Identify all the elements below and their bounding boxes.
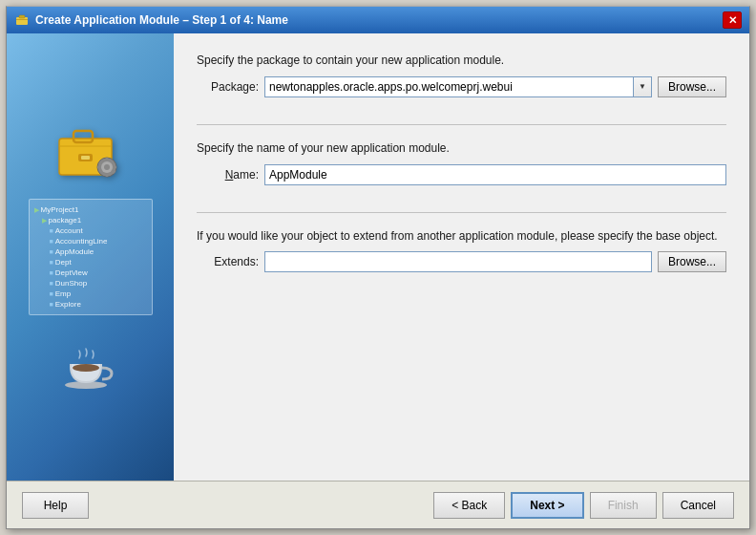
name-section-label: Specify the name of your new application… xyxy=(197,140,726,157)
left-panel: ▶ MyProject1 ▶ package1 ■ Account ■ xyxy=(7,33,174,481)
name-field-row: Name: xyxy=(197,164,726,185)
create-application-module-dialog: Create Application Module – Step 1 of 4:… xyxy=(6,6,750,529)
package-input[interactable] xyxy=(264,76,633,97)
extends-field-row: Extends: Browse... xyxy=(197,251,726,272)
tree-row: ▶ MyProject1 xyxy=(34,204,147,215)
back-button[interactable]: < Back xyxy=(433,492,505,519)
tree-row: ■ Explore xyxy=(34,299,147,310)
cancel-button[interactable]: Cancel xyxy=(662,492,734,519)
content-area: ▶ MyProject1 ▶ package1 ■ Account ■ xyxy=(7,33,749,481)
package-label: Package: xyxy=(197,80,259,94)
tree-row: ■ DeptView xyxy=(34,268,147,278)
dialog-icon xyxy=(14,12,30,28)
finish-button[interactable]: Finish xyxy=(590,492,657,519)
svg-rect-11 xyxy=(106,158,109,161)
package-section-label: Specify the package to contain your new … xyxy=(197,53,726,69)
help-button[interactable]: Help xyxy=(22,492,89,519)
tree-row: ■ DunShop xyxy=(34,278,147,289)
illustration: ▶ MyProject1 ▶ package1 ■ Account ■ xyxy=(29,121,153,393)
divider-2 xyxy=(197,212,726,213)
coffee-cup-area xyxy=(62,337,119,393)
dialog-title: Create Application Module – Step 1 of 4:… xyxy=(35,13,288,27)
tree-row: ■ Emp xyxy=(34,289,147,299)
svg-rect-14 xyxy=(113,166,116,169)
tree-row: ■ AppModule xyxy=(34,246,147,257)
svg-rect-1 xyxy=(19,15,25,18)
tree-row: ▶ package1 xyxy=(34,215,147,225)
title-bar: Create Application Module – Step 1 of 4:… xyxy=(7,7,749,33)
package-dropdown-arrow[interactable]: ▼ xyxy=(633,76,652,97)
svg-rect-2 xyxy=(16,19,28,20)
svg-point-18 xyxy=(73,364,99,372)
name-input[interactable] xyxy=(264,164,726,185)
bottom-left: Help xyxy=(22,492,89,519)
left-panel-content: ▶ MyProject1 ▶ package1 ■ Account ■ xyxy=(7,33,174,481)
briefcase-icon xyxy=(54,121,126,183)
title-bar-left: Create Application Module – Step 1 of 4:… xyxy=(14,12,288,28)
package-input-group: ▼ xyxy=(264,76,652,97)
name-label: Name: xyxy=(197,168,259,182)
svg-rect-13 xyxy=(97,166,101,169)
name-section: Specify the name of your new application… xyxy=(197,140,726,191)
extends-input[interactable] xyxy=(264,251,652,272)
divider-1 xyxy=(197,124,726,125)
extends-browse-button[interactable]: Browse... xyxy=(658,251,726,272)
right-panel: Specify the package to contain your new … xyxy=(174,33,749,481)
coffee-cup-icon xyxy=(62,337,119,390)
tree-row: ■ Account xyxy=(34,225,147,236)
extends-label: Extends: xyxy=(197,255,259,268)
svg-rect-6 xyxy=(81,156,90,160)
package-section: Specify the package to contain your new … xyxy=(197,53,726,103)
extends-section-label: If you would like your object to extend … xyxy=(197,228,726,245)
tree-visualization: ▶ MyProject1 ▶ package1 ■ Account ■ xyxy=(29,199,153,315)
svg-rect-12 xyxy=(106,173,109,177)
svg-point-10 xyxy=(104,164,110,170)
close-button[interactable]: ✕ xyxy=(723,11,742,29)
tree-row: ■ AccountingLine xyxy=(34,236,147,246)
package-browse-button[interactable]: Browse... xyxy=(658,76,726,97)
package-field-row: Package: ▼ Browse... xyxy=(197,76,726,97)
next-button[interactable]: Next > xyxy=(511,492,583,519)
tree-row: ■ Dept xyxy=(34,257,147,268)
bottom-bar: Help < Back Next > Finish Cancel xyxy=(7,481,749,528)
extends-section: If you would like your object to extend … xyxy=(197,228,726,279)
bottom-right: < Back Next > Finish Cancel xyxy=(433,492,734,519)
